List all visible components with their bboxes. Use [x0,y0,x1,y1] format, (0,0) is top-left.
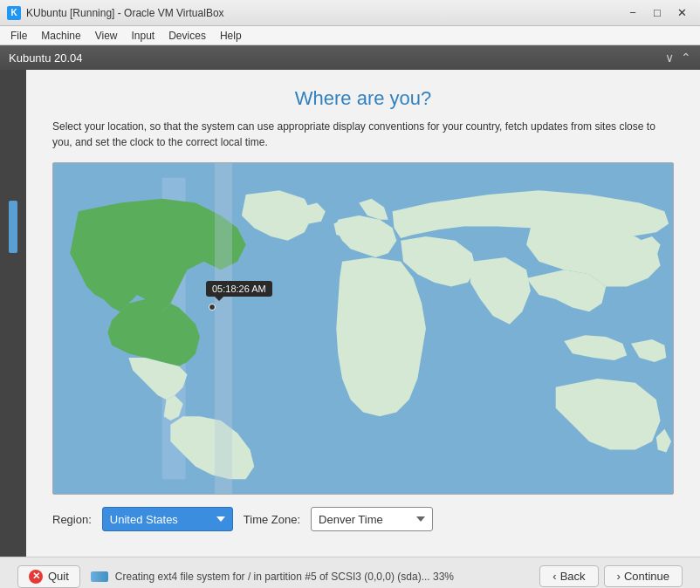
region-select[interactable]: United States [102,507,233,531]
installer-area: Where are you? Select your location, so … [26,70,700,557]
side-indicator [9,201,17,253]
world-map[interactable]: 05:18:26 AM [52,162,674,495]
window-titlebar: K KUbuntu [Running] - Oracle VM VirtualB… [0,0,700,26]
progress-area: Creating ext4 file system for / in parti… [91,571,530,583]
installer-description: Select your location, so that the system… [52,119,674,150]
back-chevron-icon: ‹ [552,570,556,583]
maximize-button[interactable]: □ [646,4,669,22]
progress-icon [91,571,108,582]
quit-button[interactable]: ✕ Quit [17,565,80,588]
vm-title: Kubuntu 20.04 [9,51,83,65]
vm-collapse-button[interactable]: ∨ [665,51,674,65]
map-svg[interactable] [53,163,673,494]
vm-fullscreen-button[interactable]: ⌃ [681,51,691,65]
timezone-label: Time Zone: [244,513,300,526]
page-title: Where are you? [52,87,674,110]
quit-icon: ✕ [29,570,43,584]
back-label: Back [560,570,586,583]
app-icon: K [7,6,21,20]
progress-text: Creating ext4 file system for / in parti… [115,571,454,583]
minimize-button[interactable]: − [621,4,644,22]
back-button[interactable]: ‹ Back [539,565,598,587]
window-controls: − □ ✕ [621,4,693,22]
vm-titlebar: Kubuntu 20.04 ∨ ⌃ [0,45,700,70]
menu-file[interactable]: File [3,28,34,44]
window-title: KUbuntu [Running] - Oracle VM VirtualBox [26,7,621,19]
quit-label: Quit [48,570,69,583]
menu-input[interactable]: Input [125,28,162,44]
close-button[interactable]: ✕ [670,4,693,22]
location-dot [209,304,216,311]
vm-titlebar-controls: ∨ ⌃ [665,51,691,65]
menubar: File Machine View Input Devices Help [0,26,700,45]
region-label: Region: [52,513,92,526]
bottom-bar: ✕ Quit Creating ext4 file system for / i… [0,557,700,588]
vm-content: Where are you? Select your location, so … [0,70,700,557]
continue-label: Continue [624,570,669,583]
menu-view[interactable]: View [88,28,125,44]
menu-machine[interactable]: Machine [34,28,87,44]
continue-chevron-icon: › [617,570,621,583]
menu-help[interactable]: Help [213,28,249,44]
menu-devices[interactable]: Devices [161,28,213,44]
timezone-line [215,163,232,494]
continue-button[interactable]: › Continue [604,565,683,587]
timezone-select[interactable]: Denver Time [311,507,433,531]
side-panel [0,70,26,557]
nav-buttons: ‹ Back › Continue [539,565,683,587]
location-selects: Region: United States Time Zone: Denver … [52,507,674,531]
